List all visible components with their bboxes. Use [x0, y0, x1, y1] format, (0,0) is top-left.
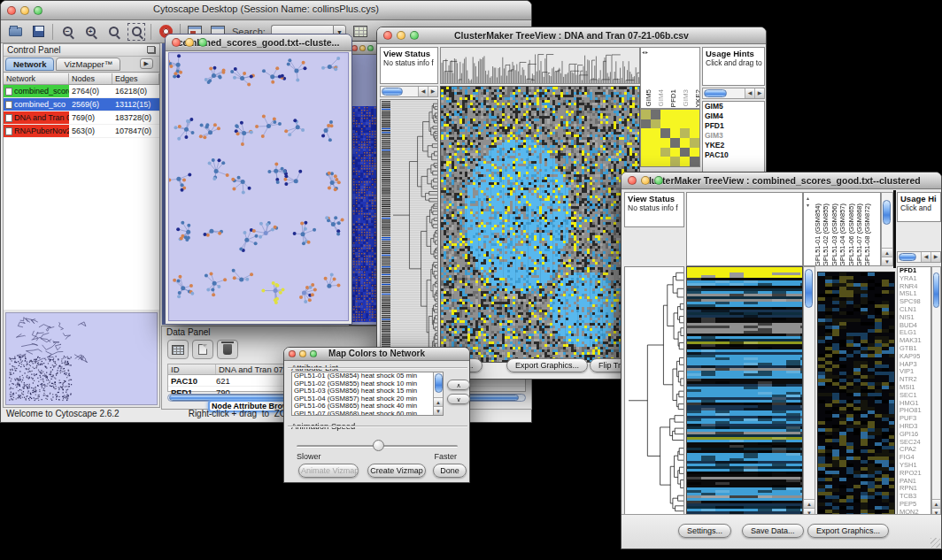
scroll-thumb[interactable] — [899, 253, 916, 261]
delete-attribute-button[interactable] — [217, 340, 238, 359]
dense-network-view[interactable] — [350, 55, 378, 325]
scroll-left-arrow[interactable]: ◀ — [418, 87, 428, 96]
scroll-up-arrow[interactable]: ▲ — [804, 499, 815, 508]
zoom-button[interactable] — [310, 350, 317, 357]
scroll-up-arrow[interactable]: ▲ — [434, 397, 443, 406]
scroll-right-arrow[interactable]: ▶ — [754, 88, 764, 98]
col-network[interactable]: Network — [4, 73, 69, 84]
hints-hscrollbar[interactable]: ◀ ▶ — [897, 251, 941, 263]
title-bar[interactable]: ClusterMaker TreeView : combined_scores_… — [622, 173, 941, 189]
minimize-button[interactable] — [185, 38, 194, 47]
scroll-thumb[interactable] — [933, 272, 939, 308]
scroll-thumb[interactable] — [382, 88, 403, 96]
minimize-button[interactable] — [641, 176, 650, 185]
scroll-up-arrow[interactable]: ▲ — [932, 499, 940, 508]
control-panel-tab[interactable]: VizMapper™ — [56, 58, 120, 71]
treeview2-gene-list[interactable]: PFD1YRA1RNR4MSL1SPC98CLN1NIS1BUD4ELG1MAK… — [897, 266, 931, 518]
dialog-button[interactable]: Done — [433, 464, 467, 478]
close-button[interactable] — [7, 6, 16, 15]
close-button[interactable] — [289, 350, 296, 357]
scroll-left-arrow[interactable]: ◀ — [921, 252, 930, 262]
zoom-button[interactable] — [367, 45, 374, 51]
scroll-left-arrow[interactable]: ◀ — [745, 88, 754, 98]
close-button[interactable] — [383, 31, 392, 40]
create-attribute-button[interactable] — [192, 340, 213, 359]
scroll-down-arrow[interactable]: ▼ — [434, 406, 443, 415]
main-title-bar[interactable]: Cytoscape Desktop (Session Name: collins… — [1, 1, 531, 20]
title-bar[interactable]: ClusterMaker TreeView : DNA and Tran 07-… — [377, 27, 766, 44]
network-row[interactable]: RNAPuberNov2+ 563(0) 107847(0) — [4, 125, 159, 138]
attribute-list-vscrollbar[interactable]: ▲ ▼ — [433, 372, 443, 415]
zoom-button[interactable] — [198, 38, 207, 47]
zoom-button[interactable] — [654, 176, 663, 185]
zoom-fit-button[interactable] — [127, 23, 145, 41]
heatmap-panel[interactable] — [440, 86, 640, 363]
slider-thumb[interactable] — [373, 440, 384, 451]
scroll-thumb[interactable] — [704, 89, 727, 97]
id-column-header[interactable]: ID — [168, 364, 216, 374]
network-row[interactable]: combined_scores 2764(0) 16218(0) — [4, 85, 159, 98]
treeview2-button[interactable]: Save Data... — [742, 524, 804, 538]
header-vscrollbar[interactable]: ▲ ▼ — [881, 192, 893, 266]
left-hscrollbar[interactable]: ◀ ▶ — [380, 86, 438, 97]
main-vscrollbar[interactable]: ▲ ▼ — [803, 266, 815, 518]
gene-label[interactable]: GIM5 — [703, 102, 764, 111]
correlation-matrix[interactable] — [640, 109, 700, 167]
treeview2-button[interactable]: Export Graphics... — [807, 524, 889, 538]
treeview1-button[interactable]: Export Graphics... — [506, 358, 588, 372]
more-tabs-button[interactable]: ▶ — [140, 58, 153, 69]
close-button[interactable] — [351, 45, 358, 51]
scroll-thumb[interactable] — [435, 373, 443, 393]
column-dendrogram-panel[interactable] — [440, 47, 640, 84]
scroll-thumb[interactable] — [805, 269, 813, 308]
gene-label[interactable]: GIM4 — [703, 111, 764, 121]
open-session-button[interactable] — [6, 23, 24, 41]
title-bar[interactable]: Map Colors to Network — [284, 348, 469, 361]
float-panel-icon[interactable] — [148, 47, 156, 54]
select-attributes-button[interactable] — [167, 340, 189, 359]
zoom-out-button[interactable]: − — [58, 23, 76, 41]
save-session-button[interactable] — [29, 23, 47, 41]
column-tree-panel[interactable] — [686, 192, 803, 266]
gene-label[interactable]: PAC10 — [703, 150, 764, 160]
row-dendrogram-panel[interactable] — [624, 266, 684, 516]
dialog-button[interactable]: Animate Vizmap — [298, 464, 359, 478]
close-button[interactable] — [172, 38, 181, 47]
background-network-window[interactable] — [349, 41, 379, 326]
right-hscrollbar[interactable]: ◀ ▶ — [702, 88, 765, 99]
row-dendrogram-panel[interactable] — [380, 99, 438, 363]
minimize-button[interactable] — [299, 350, 306, 357]
network-canvas[interactable] — [169, 53, 349, 321]
secondary-heatmap-panel[interactable] — [817, 272, 895, 518]
title-bar[interactable] — [350, 42, 378, 55]
zoom-in-button[interactable]: + — [81, 23, 99, 41]
animation-speed-slider[interactable] — [297, 445, 458, 448]
treeview1-gene-list[interactable]: GIM5GIM4PFD1GIM3YKE2PAC10 — [702, 101, 765, 182]
minimize-button[interactable] — [397, 31, 405, 40]
scroll-thumb[interactable] — [883, 200, 891, 225]
main-heatmap-panel[interactable] — [686, 266, 803, 518]
scroll-right-arrow[interactable]: ▶ — [930, 252, 940, 262]
move-up-button[interactable]: ∧ — [447, 380, 470, 390]
import-table-button[interactable] — [351, 23, 369, 41]
gene-list-vscrollbar[interactable]: ▲ ▼ — [931, 266, 941, 518]
treeview2-button[interactable]: Settings... — [678, 524, 731, 538]
scroll-up-arrow[interactable]: ▲ — [882, 248, 892, 257]
minimize-button[interactable] — [359, 45, 366, 51]
control-panel-tab[interactable]: Network — [5, 58, 54, 71]
zoom-selected-button[interactable] — [104, 23, 122, 41]
title-bar[interactable]: combined_scores_good.txt--cluste... — [166, 35, 351, 51]
zoom-button[interactable] — [410, 31, 419, 40]
network-row[interactable]: DNA and Tran 07 769(0) 183728(0) — [4, 111, 159, 125]
dialog-button[interactable]: Create Vizmap — [367, 464, 426, 478]
network-row[interactable]: combined_sco 2569(6) 13112(15) — [4, 98, 159, 111]
minimize-button[interactable] — [20, 6, 29, 15]
zoom-button[interactable] — [34, 6, 42, 15]
move-down-button[interactable]: ∨ — [447, 394, 470, 404]
col-edges[interactable]: Edges — [112, 73, 159, 84]
gene-label[interactable]: PFD1 — [703, 121, 764, 131]
scroll-right-arrow[interactable]: ▶ — [428, 87, 437, 96]
attribute-item[interactable]: GPL51-07 (GSM868) heat shock 60 min — [292, 410, 433, 415]
attribute-list[interactable]: GPL51-01 (GSM854) heat shock 05 minGPL51… — [291, 372, 444, 416]
gene-label[interactable]: GIM3 — [703, 131, 764, 141]
